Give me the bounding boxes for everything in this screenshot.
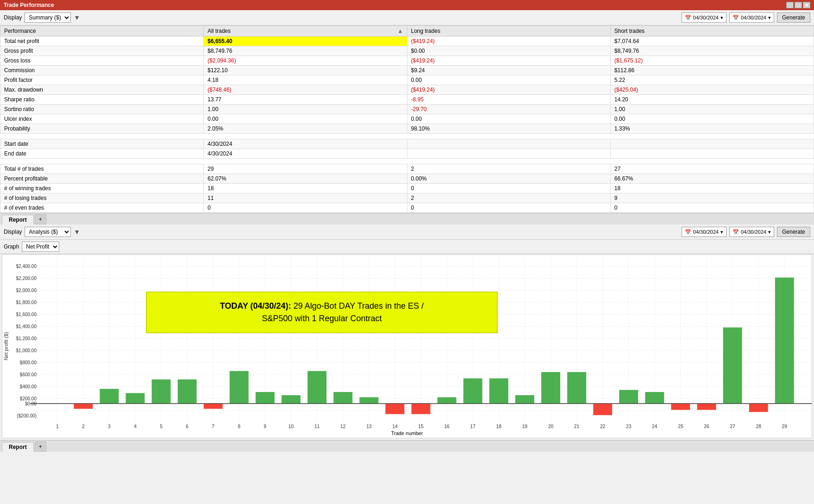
header-all-trades: All trades ▲ — [204, 26, 407, 37]
table-cell-all: $122.10 — [204, 66, 407, 75]
table-cell-all: 18 — [204, 184, 407, 193]
svg-text:14: 14 — [392, 424, 398, 429]
svg-text:1: 1 — [56, 424, 59, 429]
date-to-value: 04/30/2024 — [741, 15, 766, 20]
close-btn[interactable]: ✕ — [803, 2, 810, 8]
table-cell-all: 4/30/2024 — [204, 149, 407, 159]
svg-text:$2,400.00: $2,400.00 — [16, 264, 37, 269]
calendar-icon-from: 📅 — [685, 15, 691, 21]
table-cell-long: -8.95 — [407, 95, 610, 105]
maximize-btn[interactable]: □ — [795, 2, 802, 8]
svg-text:$1,200.00: $1,200.00 — [16, 336, 37, 341]
tab-add-bottom[interactable]: + — [35, 442, 46, 452]
table-cell-all: 2.05% — [204, 124, 407, 134]
date-from-box[interactable]: 📅 04/30/2024 ▾ — [682, 12, 726, 23]
svg-text:27: 27 — [730, 424, 735, 429]
app-title: Trade Performance — [4, 2, 54, 8]
bar-21 — [567, 372, 586, 404]
chart-area: Net profit ($) TODAY (04/30/24): 29 Algo… — [2, 254, 812, 438]
minimize-btn[interactable]: _ — [786, 2, 794, 8]
svg-text:$200.00: $200.00 — [20, 396, 37, 401]
y-axis: $2,400.00$2,200.00$2,000.00$1,800.00$1,6… — [11, 255, 38, 430]
tab-report-bottom[interactable]: Report — [2, 442, 34, 452]
calendar-icon-to: 📅 — [733, 15, 739, 21]
svg-text:19: 19 — [522, 424, 528, 429]
header-long-trades: Long trades — [407, 26, 610, 37]
bar-23 — [619, 390, 638, 404]
bar-16 — [438, 397, 457, 404]
bar-15 — [412, 404, 431, 414]
bar-5 — [152, 380, 171, 404]
generate-button-bottom[interactable]: Generate — [777, 227, 810, 237]
table-row: # of winning trades — [0, 184, 204, 193]
table-cell-long: $0.00 — [407, 46, 610, 56]
header-short-trades: Short trades — [610, 26, 814, 37]
bar-20 — [541, 372, 560, 404]
table-cell-all: 1.00 — [204, 105, 407, 114]
table-cell-short: 1.00 — [610, 105, 814, 114]
table-row: Total # of trades — [0, 164, 204, 174]
table-cell-short: $112.86 — [610, 66, 814, 75]
table-cell-long: 2 — [407, 193, 610, 203]
bar-22 — [593, 404, 612, 415]
svg-text:28: 28 — [756, 424, 761, 429]
svg-text:$800.00: $800.00 — [20, 360, 37, 365]
table-cell-short: 9 — [610, 193, 814, 203]
header-performance: Performance — [0, 26, 204, 37]
display-select-bottom[interactable]: Analysis ($) Summary ($) — [25, 227, 71, 237]
svg-text:24: 24 — [652, 424, 657, 429]
dropdown-arrow-to: ▾ — [768, 15, 771, 21]
table-row: # of losing trades — [0, 193, 204, 203]
bar-26 — [697, 404, 716, 410]
graph-select[interactable]: Net Profit — [22, 242, 59, 252]
table-row: Max. drawdown — [0, 85, 204, 95]
bar-13 — [359, 397, 378, 404]
table-cell-short — [610, 139, 814, 149]
svg-text:$1,400.00: $1,400.00 — [16, 324, 37, 329]
date-from-box-bottom[interactable]: 📅 04/30/2024 ▾ — [682, 227, 726, 237]
table-cell-all: 11 — [204, 193, 407, 203]
svg-text:26: 26 — [704, 424, 709, 429]
tab-report-top[interactable]: Report — [2, 215, 34, 224]
display-label-bottom: Display — [4, 229, 22, 235]
svg-text:13: 13 — [366, 424, 372, 429]
bar-4 — [126, 393, 145, 404]
calendar-icon-from-bottom: 📅 — [685, 229, 691, 235]
window-controls[interactable]: _ □ ✕ — [786, 2, 810, 8]
generate-button[interactable]: Generate — [777, 12, 810, 23]
bar-29 — [775, 278, 794, 404]
filter-icon[interactable]: ▼ — [74, 14, 80, 21]
filter-icon-bottom[interactable]: ▼ — [74, 228, 80, 236]
svg-text:23: 23 — [626, 424, 632, 429]
table-cell-all: 4.18 — [204, 75, 407, 85]
bar-6 — [178, 380, 197, 404]
bar-11 — [307, 371, 326, 404]
date-to-box[interactable]: 📅 04/30/2024 ▾ — [729, 12, 774, 23]
svg-text:$2,000.00: $2,000.00 — [16, 288, 37, 293]
dropdown-arrow-from-bottom: ▾ — [720, 229, 723, 235]
bar-10 — [282, 395, 301, 404]
date-to-box-bottom[interactable]: 📅 04/30/2024 ▾ — [729, 227, 774, 237]
table-cell-short: 5.22 — [610, 75, 814, 85]
display-select[interactable]: Summary ($) Analysis ($) — [25, 12, 71, 23]
table-cell-long: 98.10% — [407, 124, 610, 134]
table-cell-all: 0.00 — [204, 114, 407, 124]
svg-text:20: 20 — [548, 424, 554, 429]
bar-12 — [333, 392, 352, 404]
tab-add-top[interactable]: + — [35, 214, 46, 224]
bar-3 — [100, 389, 119, 404]
overlay-text-bold: TODAY (04/30/24): — [220, 301, 291, 311]
table-row: Gross profit — [0, 46, 204, 56]
date-to-value-bottom: 04/30/2024 — [741, 229, 766, 235]
table-cell-short: 1.33% — [610, 124, 814, 134]
svg-text:12: 12 — [340, 424, 346, 429]
table-cell-long: 0 — [407, 203, 610, 213]
svg-text:11: 11 — [314, 424, 320, 429]
table-row: Probability — [0, 124, 204, 134]
table-cell-long: 0.00% — [407, 174, 610, 184]
svg-text:7: 7 — [212, 424, 214, 429]
svg-text:8: 8 — [238, 424, 241, 429]
overlay-text-line2: S&P500 with 1 Regular Contract — [262, 314, 382, 323]
graph-toolbar: Graph Net Profit — [0, 240, 814, 254]
table-cell-long: ($419.24) — [407, 37, 610, 46]
